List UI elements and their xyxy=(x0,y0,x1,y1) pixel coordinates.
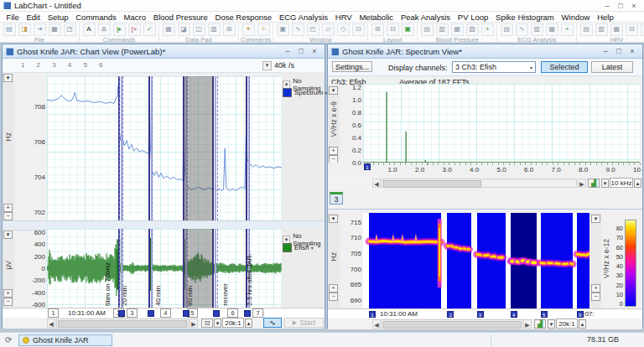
bp-report-icon[interactable]: ▦ xyxy=(451,23,464,36)
import-icon[interactable]: ⇥ xyxy=(34,23,46,36)
block-number-box-3[interactable]: 3 xyxy=(127,308,138,318)
menu-metabolic[interactable]: Metabolic xyxy=(356,13,397,22)
layout-rows-icon[interactable]: ⊟ xyxy=(387,23,399,36)
hrv-report-icon[interactable]: ▥ xyxy=(595,23,608,36)
chart-scrollbar[interactable] xyxy=(56,319,189,328)
fft-range-up-icon[interactable]: ▴ xyxy=(634,179,641,188)
ch2-channel-dropdown-icon[interactable]: ▾ xyxy=(311,245,314,251)
hrv-table-icon[interactable]: ▦ xyxy=(610,23,623,36)
block-number-box-6[interactable]: 6 xyxy=(227,308,238,318)
app-maximize-button[interactable]: □ xyxy=(614,2,627,10)
menu-window[interactable]: Window xyxy=(558,13,594,22)
selection-overlay[interactable] xyxy=(184,76,213,220)
sono-scroll-left-icon[interactable]: ◀ xyxy=(372,319,381,329)
menu-spike-histogram[interactable]: Spike Histogram xyxy=(492,13,558,22)
chart-expand-icon[interactable]: ▴ xyxy=(245,319,252,328)
datapad-export-icon[interactable]: ⊞ xyxy=(223,23,236,36)
bp-add-icon[interactable]: + xyxy=(481,23,494,36)
sono-block-marker-5[interactable]: 5 xyxy=(541,311,548,318)
ch2-plot-area[interactable]: Stim on 709Hz20 min40 min60 minrecover2.… xyxy=(47,229,282,308)
bp-table-icon[interactable]: ▧ xyxy=(466,23,479,36)
copy-window-icon[interactable]: ⊡ xyxy=(352,23,365,36)
sono-autoscale-icon[interactable]: ▟ xyxy=(534,319,546,329)
zoom-view-icon[interactable]: ◰ xyxy=(307,23,319,36)
menu-setup[interactable]: Setup xyxy=(44,13,72,22)
chart-scroll-right-icon[interactable]: ▶ xyxy=(190,319,198,328)
selected-button[interactable]: Selected xyxy=(541,61,588,73)
fft-scale-menu-icon[interactable]: ▾ xyxy=(329,86,338,95)
menu-blood-pressure[interactable]: Blood Pressure xyxy=(149,13,211,22)
sono-block-marker-1[interactable]: 1 xyxy=(369,311,376,318)
comment-list-icon[interactable]: ✧ xyxy=(257,23,270,36)
header-block-number-4[interactable]: 4 xyxy=(68,61,71,69)
menu-help[interactable]: Help xyxy=(594,13,617,22)
menu-commands[interactable]: Commands xyxy=(72,13,120,22)
sono-block-marker-6[interactable]: 6 xyxy=(577,311,584,318)
channel-tab-3[interactable]: 3 xyxy=(330,192,343,205)
chart-view-maximize-button[interactable]: □ xyxy=(294,47,308,55)
fft-autoscale-icon[interactable]: ▟ xyxy=(588,179,600,188)
fft-scrollbar[interactable] xyxy=(382,179,577,188)
ch1-zoom-out-button[interactable]: − xyxy=(3,212,13,220)
macro-run-icon[interactable]: ✓ xyxy=(143,23,156,36)
sono-scrollbar[interactable] xyxy=(382,319,522,329)
chart-start-button[interactable]: ▶ Start xyxy=(284,318,324,328)
add-comment-icon[interactable]: ✦ xyxy=(242,23,255,36)
sono-scale-up-button[interactable]: + xyxy=(591,284,600,293)
ch2-channel-row[interactable]: Efish ▾ xyxy=(283,243,314,252)
menu-edit[interactable]: Edit xyxy=(23,13,44,22)
document-tab[interactable]: Ghost Knife JAR xyxy=(18,334,112,346)
chart-view-titlebar[interactable]: Ghost Knife JAR: Chart View (PowerLab)* … xyxy=(3,44,325,59)
header-block-number-2[interactable]: 2 xyxy=(37,61,40,69)
menu-pv-loop[interactable]: PV Loop xyxy=(454,13,491,22)
ch1-scale-menu-icon[interactable]: ▾ xyxy=(3,74,13,82)
comment-flag-1[interactable] xyxy=(118,310,125,317)
sono-expand-icon[interactable]: ▴ xyxy=(579,319,586,329)
chart-zoom-ratio[interactable]: 20k:1 xyxy=(222,318,244,328)
sono-zoom-out-button[interactable]: − xyxy=(329,293,338,301)
sono-scale-menu-icon[interactable]: ▾ xyxy=(329,215,338,223)
find-icon[interactable]: A xyxy=(83,23,96,36)
chart-view-close-button[interactable]: × xyxy=(308,47,321,55)
menu-peak-analysis[interactable]: Peak Analysis xyxy=(397,13,454,22)
ecg-averaging-icon[interactable]: ∿ xyxy=(516,23,528,36)
sono-zoom-in-button[interactable]: + xyxy=(329,284,338,293)
header-block-number-1[interactable]: 1 xyxy=(21,61,24,69)
waveform-window-icon[interactable]: ∿ xyxy=(292,23,304,36)
menu-ecg-analysis[interactable]: ECG Analysis xyxy=(276,13,332,22)
spectrum-view-titlebar[interactable]: Ghost Knife JAR: Spectrum View* – □ × xyxy=(328,44,642,59)
bp-view-icon[interactable]: ▥ xyxy=(436,23,449,36)
ch1-channel-row[interactable]: Spectrum ▾ xyxy=(283,88,327,97)
bp-settings-icon[interactable]: ▤ xyxy=(421,23,434,36)
datapad-add-icon[interactable]: ◪ xyxy=(178,23,190,36)
chart-view-icon[interactable]: ▱ xyxy=(322,23,335,36)
hrv-add-icon[interactable]: + xyxy=(641,23,644,36)
ch1-zoom-in-button[interactable]: + xyxy=(3,204,13,212)
open-file-icon[interactable]: ◨ xyxy=(18,23,31,36)
chart-scroll-thumb[interactable] xyxy=(58,320,187,328)
spectrum-maximize-button[interactable]: □ xyxy=(612,47,626,55)
sono-compress-icon[interactable]: ▾ xyxy=(548,319,555,329)
chart-follow-icon[interactable]: ⊡ xyxy=(201,319,213,328)
layout-grid-icon[interactable]: ⊞ xyxy=(371,23,384,36)
ch2-zoom-out-button[interactable]: − xyxy=(3,298,13,306)
window-switch-icon[interactable]: ⟳ xyxy=(5,335,12,344)
header-block-number-5[interactable]: 5 xyxy=(83,61,86,69)
clear-marker-icon[interactable]: [× xyxy=(128,23,141,36)
sono-color-menu-icon[interactable]: ▾ xyxy=(591,215,600,223)
ch1-plot-area[interactable] xyxy=(47,76,282,220)
chart-compress-icon[interactable]: ▾ xyxy=(214,319,221,328)
comment-flag-2[interactable] xyxy=(148,310,154,317)
fft-plot-area[interactable] xyxy=(363,84,640,163)
fft-scroll-left-icon[interactable]: ◀ xyxy=(372,179,381,188)
ch2-zoom-in-button[interactable]: + xyxy=(3,289,13,298)
latest-button[interactable]: Latest xyxy=(591,61,633,73)
app-minimize-button[interactable]: – xyxy=(600,2,614,10)
datapad-view-icon[interactable]: ▦ xyxy=(163,23,175,36)
block-number-box-4[interactable]: 4 xyxy=(160,308,171,318)
print-icon[interactable]: ▦ xyxy=(49,23,61,36)
ch2-scale-menu-icon[interactable]: ▾ xyxy=(3,230,13,239)
datapad-column-icon[interactable]: ◫ xyxy=(193,23,205,36)
sono-block-marker-2[interactable]: 2 xyxy=(447,311,454,318)
sono-zoom-ratio[interactable]: 20k:1 xyxy=(556,319,578,329)
